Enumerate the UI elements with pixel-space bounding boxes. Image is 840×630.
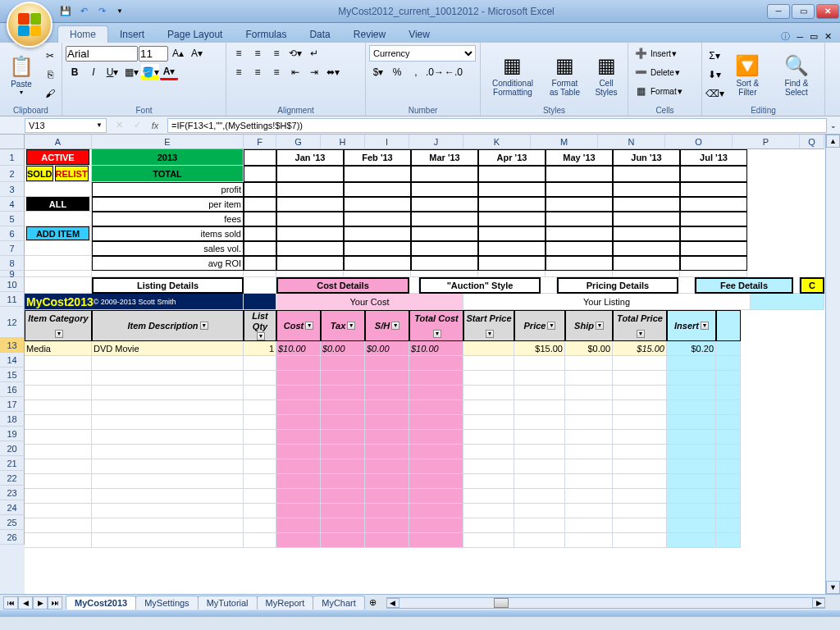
- pricing-details-button[interactable]: Pricing Details: [557, 277, 678, 294]
- find-select-button[interactable]: 🔍Find & Select: [772, 51, 821, 98]
- cancel-formula-icon[interactable]: ✕: [112, 120, 126, 130]
- horizontal-scrollbar[interactable]: ◀ ▶: [386, 597, 825, 609]
- decrease-decimal-icon[interactable]: ←.0: [445, 64, 463, 80]
- ws-next-icon[interactable]: ▶: [33, 596, 48, 609]
- ws-last-icon[interactable]: ⏭: [48, 596, 62, 609]
- tab-formulas[interactable]: Formulas: [234, 26, 298, 43]
- col-header-Q[interactable]: Q: [800, 135, 824, 149]
- expand-formula-icon[interactable]: ⌄: [827, 121, 840, 130]
- row-header-7[interactable]: 7: [0, 241, 25, 256]
- conditional-formatting-button[interactable]: ▦Conditional Formatting: [484, 51, 541, 98]
- minimize-button[interactable]: ─: [767, 4, 790, 19]
- cell-start-price[interactable]: [463, 341, 514, 356]
- tab-page-layout[interactable]: Page Layout: [156, 26, 234, 43]
- format-painter-icon[interactable]: 🖌: [41, 85, 59, 102]
- row-header-3[interactable]: 3: [0, 182, 25, 197]
- hdr-desc[interactable]: Item Description▼: [92, 310, 244, 341]
- row-header-9[interactable]: 9: [0, 271, 25, 277]
- hdr-qty[interactable]: List Qty▼: [244, 310, 276, 341]
- cell-price[interactable]: $15.00: [514, 341, 565, 356]
- row-header-14[interactable]: 14: [0, 353, 25, 368]
- row-header-24[interactable]: 24: [0, 500, 25, 515]
- align-bottom-icon[interactable]: ≡: [267, 45, 285, 62]
- underline-button[interactable]: U▾: [103, 64, 121, 80]
- listing-details-button[interactable]: Listing Details: [92, 277, 244, 294]
- row-header-13[interactable]: 13: [0, 338, 25, 353]
- row-header-20[interactable]: 20: [0, 441, 25, 456]
- cell-cost[interactable]: $10.00: [276, 341, 321, 356]
- col-header-N[interactable]: N: [598, 135, 665, 149]
- redo-icon[interactable]: ↷: [95, 5, 108, 18]
- active-button[interactable]: ACTIVE: [25, 149, 92, 166]
- delete-icon[interactable]: ➖: [632, 64, 650, 80]
- autosum-icon[interactable]: Σ▾: [705, 48, 724, 64]
- office-button[interactable]: [7, 2, 52, 48]
- col-header-J[interactable]: J: [409, 135, 463, 149]
- row-header-5[interactable]: 5: [0, 212, 25, 226]
- doc-restore-icon[interactable]: ▭: [810, 31, 818, 42]
- hdr-price[interactable]: Price▼: [514, 310, 565, 341]
- all-button[interactable]: ALL: [25, 197, 92, 212]
- row-header-2[interactable]: 2: [0, 166, 25, 182]
- col-header-K[interactable]: K: [463, 135, 531, 149]
- cell-category[interactable]: Media: [25, 341, 92, 356]
- col-header-H[interactable]: H: [321, 135, 365, 149]
- save-icon[interactable]: 💾: [59, 5, 72, 18]
- cell-total-cost[interactable]: $10.00: [409, 341, 463, 356]
- row-header-21[interactable]: 21: [0, 456, 25, 471]
- cell-desc[interactable]: DVD Movie: [92, 341, 244, 356]
- decrease-font-icon[interactable]: A▾: [188, 45, 206, 62]
- col-header-F[interactable]: F: [244, 135, 276, 149]
- row-header-10[interactable]: 10: [0, 277, 25, 292]
- orientation-icon[interactable]: ⟲▾: [286, 45, 304, 62]
- border-icon[interactable]: ▦▾: [122, 64, 140, 80]
- row-header-15[interactable]: 15: [0, 368, 25, 382]
- cut-icon[interactable]: ✂: [41, 48, 59, 64]
- row-header-4[interactable]: 4: [0, 197, 25, 212]
- merge-center-icon[interactable]: ⬌▾: [324, 64, 342, 80]
- ws-first-icon[interactable]: ⏮: [3, 596, 18, 609]
- increase-decimal-icon[interactable]: .0→: [426, 64, 444, 80]
- row-header-26[interactable]: 26: [0, 530, 25, 545]
- col-header-G[interactable]: G: [276, 135, 321, 149]
- cell-tax[interactable]: $0.00: [321, 341, 365, 356]
- row-header-12[interactable]: 12: [0, 307, 25, 338]
- ws-tab-mychart[interactable]: MyChart: [313, 596, 365, 609]
- hdr-total-price[interactable]: Total Price▼: [613, 310, 667, 341]
- row-header-17[interactable]: 17: [0, 397, 25, 412]
- scroll-right-icon[interactable]: ▶: [812, 598, 825, 608]
- ws-tab-mytutorial[interactable]: MyTutorial: [198, 596, 258, 609]
- tab-view[interactable]: View: [397, 26, 441, 43]
- bold-button[interactable]: B: [66, 64, 84, 80]
- ws-tab-mycost2013[interactable]: MyCost2013: [66, 596, 136, 609]
- maximize-button[interactable]: ▭: [792, 4, 815, 19]
- paste-button[interactable]: 📋 Paste ▾: [3, 52, 39, 98]
- doc-minimize-icon[interactable]: ─: [797, 32, 803, 42]
- col-header-I[interactable]: I: [365, 135, 409, 149]
- row-header-22[interactable]: 22: [0, 471, 25, 486]
- col-header-E[interactable]: E: [92, 135, 244, 149]
- tab-insert[interactable]: Insert: [108, 26, 156, 43]
- hdr-cost[interactable]: Cost▼: [276, 310, 321, 341]
- tab-review[interactable]: Review: [342, 26, 397, 43]
- sort-filter-button[interactable]: 🔽Sort & Filter: [725, 51, 770, 98]
- cost-details-button[interactable]: Cost Details: [276, 277, 409, 294]
- col-header-O[interactable]: O: [665, 135, 733, 149]
- align-middle-icon[interactable]: ≡: [249, 45, 267, 62]
- fee-details-button[interactable]: Fee Details: [695, 277, 793, 294]
- hdr-sh[interactable]: S/H▼: [365, 310, 409, 341]
- increase-font-icon[interactable]: A▴: [169, 45, 187, 62]
- hdr-total-cost[interactable]: Total Cost▼: [409, 310, 463, 341]
- percent-icon[interactable]: %: [388, 64, 406, 80]
- fx-icon[interactable]: fx: [148, 121, 162, 130]
- formula-input[interactable]: =IF(F13<1,"",(MySettings!$H$7)): [167, 118, 827, 133]
- cell-ship[interactable]: $0.00: [565, 341, 613, 356]
- c-button[interactable]: C: [800, 277, 824, 294]
- col-header-M[interactable]: M: [531, 135, 598, 149]
- cell-styles-button[interactable]: ▦Cell Styles: [588, 51, 624, 98]
- align-top-icon[interactable]: ≡: [230, 45, 248, 62]
- row-header-1[interactable]: 1: [0, 149, 25, 166]
- align-center-icon[interactable]: ≡: [249, 64, 267, 80]
- italic-button[interactable]: I: [84, 64, 103, 80]
- help-icon[interactable]: ⓘ: [781, 30, 790, 43]
